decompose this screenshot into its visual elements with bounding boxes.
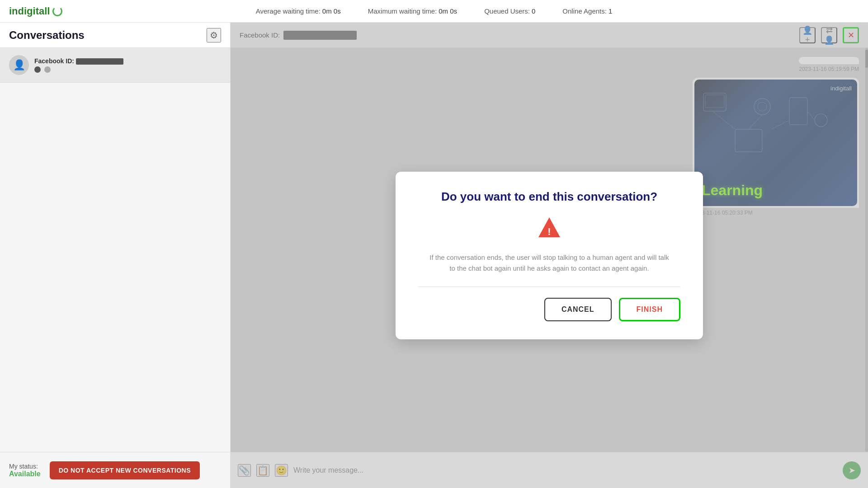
status-dot-2 [44, 66, 51, 73]
modal-divider [418, 286, 680, 287]
my-status-label: My status: [9, 463, 41, 470]
gear-icon: ⚙ [210, 30, 218, 41]
my-status-section: My status: Available [9, 463, 41, 478]
avatar: 👤 [9, 55, 29, 75]
modal-overlay: Do you want to end this conversation? ! … [231, 23, 868, 488]
refresh-icon [52, 6, 62, 16]
chat-area: Facebook ID: ████▓▓ ░░ ▒ ♥ ▓ 👤+ ⇄👤 ✕ 202… [231, 23, 868, 488]
modal-body: If the conversation ends, the user will … [427, 252, 671, 274]
conversation-name: Facebook ID: ████▓▓ ░░ ▒ [34, 57, 221, 65]
sidebar-title: Conversations [9, 29, 85, 42]
online-agents-stat: Online Agents: 1 [562, 7, 612, 15]
modal-title: Do you want to end this conversation? [418, 190, 680, 204]
online-label: Online Agents: [562, 7, 607, 15]
conv-status-icons [34, 66, 221, 73]
queued-value: 0 [532, 7, 535, 15]
queued-users-stat: Queued Users: 0 [484, 7, 535, 15]
avg-waiting-stat: Average waiting time: 0m 0s [256, 7, 341, 15]
sidebar: Conversations ⚙ 👤 Facebook ID: ████▓▓ ░░… [0, 23, 231, 488]
bottom-status-bar: My status: Available DO NOT ACCEPT NEW C… [0, 452, 230, 488]
masked-id: ████▓▓ ░░ ▒ [76, 58, 124, 65]
max-waiting-label: Maximum waiting time: [368, 7, 437, 15]
logo-text: indigitall [9, 5, 50, 17]
warning-icon: ! [418, 215, 680, 245]
cancel-button[interactable]: CANCEL [544, 298, 612, 321]
online-value: 1 [609, 7, 612, 15]
svg-text:!: ! [547, 226, 551, 237]
finish-button[interactable]: FINISH [619, 298, 680, 321]
logo-area: indigitall [9, 5, 90, 17]
avg-waiting-value: 0m 0s [322, 7, 341, 15]
queued-label: Queued Users: [484, 7, 530, 15]
max-waiting-value: 0m 0s [439, 7, 457, 15]
person-icon: 👤 [13, 59, 25, 71]
avg-waiting-label: Average waiting time: [256, 7, 321, 15]
modal-buttons: CANCEL FINISH [418, 298, 680, 321]
conversation-info: Facebook ID: ████▓▓ ░░ ▒ [34, 57, 221, 73]
top-header: indigitall Average waiting time: 0m 0s M… [0, 0, 868, 23]
status-dot-1 [34, 66, 41, 73]
do-not-accept-button[interactable]: DO NOT ACCEPT NEW CONVERSATIONS [50, 461, 200, 479]
settings-button[interactable]: ⚙ [207, 28, 221, 42]
modal-dialog: Do you want to end this conversation? ! … [396, 172, 703, 339]
available-status: Available [9, 470, 41, 478]
main-layout: Conversations ⚙ 👤 Facebook ID: ████▓▓ ░░… [0, 23, 868, 488]
max-waiting-stat: Maximum waiting time: 0m 0s [368, 7, 457, 15]
conversation-item[interactable]: 👤 Facebook ID: ████▓▓ ░░ ▒ [0, 48, 230, 83]
sidebar-header: Conversations ⚙ [0, 23, 230, 48]
header-stats: Average waiting time: 0m 0s Maximum wait… [90, 7, 778, 15]
